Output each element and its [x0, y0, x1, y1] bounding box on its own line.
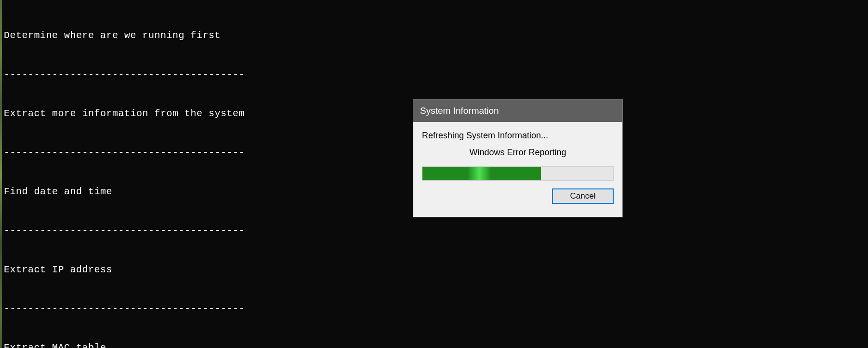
cancel-button[interactable]: Cancel	[552, 188, 614, 204]
dialog-title: System Information	[420, 106, 499, 116]
dialog-button-row: Cancel	[422, 188, 614, 204]
terminal-line: Find date and time	[4, 185, 359, 198]
terminal-line: Determine where are we running first	[4, 29, 359, 42]
terminal-line: ----------------------------------------	[4, 224, 359, 237]
progress-bar	[422, 166, 614, 181]
terminal-line: ----------------------------------------	[4, 146, 359, 159]
dialog-body: Refreshing System Information... Windows…	[413, 122, 622, 210]
terminal-line: Extract more information from the system	[4, 107, 359, 120]
terminal-line: Extract IP address	[4, 263, 359, 276]
dialog-task-text: Windows Error Reporting	[422, 147, 614, 158]
terminal-output: Determine where are we running first ---…	[4, 3, 359, 348]
terminal-line: ----------------------------------------	[4, 302, 359, 315]
terminal-line: ----------------------------------------	[4, 68, 359, 81]
dialog-status-text: Refreshing System Information...	[422, 131, 614, 141]
system-information-dialog: System Information Refreshing System Inf…	[413, 99, 623, 217]
dialog-titlebar[interactable]: System Information	[413, 100, 622, 122]
desktop-edge	[0, 0, 2, 348]
terminal-line: Extract MAC table	[4, 341, 359, 348]
progress-fill	[422, 167, 541, 180]
